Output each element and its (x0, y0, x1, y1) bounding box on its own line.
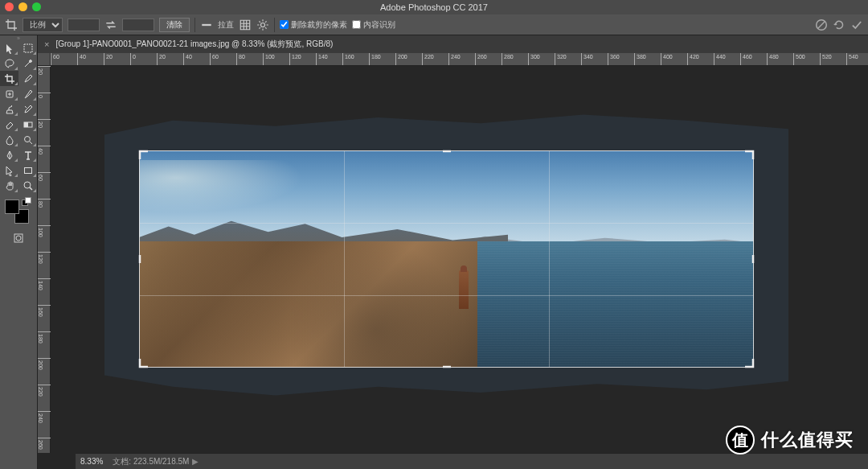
gradient-tool[interactable] (18, 117, 37, 132)
minimize-window-button[interactable] (18, 2, 27, 11)
crop-handle-bottom[interactable] (441, 357, 452, 368)
pen-tool[interactable] (0, 147, 18, 163)
app-title: Adobe Photoshop CC 2017 (380, 2, 488, 12)
svg-point-11 (16, 236, 21, 241)
document-tab[interactable]: × [Group 1]-PANO0001_PANO0021-21 images.… (38, 39, 339, 50)
document-info[interactable]: 文档: 223.5M/218.5M▶ (113, 456, 199, 467)
reset-crop-icon[interactable] (833, 19, 845, 31)
vertical-ruler[interactable]: 20020406080100120140160180200220240260 (38, 66, 51, 453)
crop-width-input[interactable] (68, 19, 100, 31)
crop-handle-bottom-left[interactable] (138, 357, 149, 368)
crop-tool-icon (5, 19, 18, 31)
crop-grid-line (140, 295, 753, 296)
crop-handle-top[interactable] (441, 150, 452, 161)
crop-handle-right[interactable] (743, 253, 755, 265)
rectangle-tool[interactable] (18, 163, 37, 178)
path-select-tool[interactable] (0, 163, 18, 178)
svg-rect-8 (24, 167, 31, 173)
history-brush-tool[interactable] (18, 101, 37, 117)
crop-tool[interactable] (0, 71, 18, 86)
blur-tool[interactable] (0, 132, 18, 147)
watermark: 值 什么值得买 (726, 426, 854, 455)
close-window-button[interactable] (5, 2, 14, 11)
crop-grid-line (140, 223, 753, 224)
svg-rect-6 (24, 122, 28, 127)
svg-point-1 (260, 23, 264, 27)
marquee-tool[interactable] (18, 40, 37, 56)
document-tab-label: [Group 1]-PANO0001_PANO0021-21 images.jp… (55, 39, 333, 50)
cancel-crop-icon[interactable] (815, 19, 828, 31)
commit-crop-icon[interactable] (850, 19, 863, 31)
gear-icon[interactable] (256, 19, 269, 31)
zoom-tool[interactable] (18, 178, 37, 193)
svg-rect-3 (24, 44, 32, 52)
healing-brush-tool[interactable] (0, 86, 18, 101)
brush-tool[interactable] (18, 86, 37, 101)
content-aware-checkbox[interactable]: 内容识别 (352, 19, 395, 31)
svg-point-9 (24, 182, 31, 188)
crop-grid-line (549, 151, 550, 367)
crop-boundary[interactable] (139, 150, 754, 368)
hand-tool[interactable] (0, 178, 18, 193)
crop-height-input[interactable] (122, 19, 154, 31)
eyedropper-tool[interactable] (18, 71, 37, 86)
type-tool[interactable] (18, 147, 37, 163)
watermark-badge: 值 (726, 426, 755, 455)
ruler-origin[interactable] (38, 53, 51, 66)
options-bar: 比例 清除 拉直 删除裁剪的像素 内容识别 (0, 14, 868, 35)
window-controls (5, 2, 41, 11)
straighten-icon[interactable] (200, 19, 213, 31)
overlay-grid-icon[interactable] (239, 19, 252, 31)
quick-mask-toggle[interactable] (10, 230, 28, 245)
foreground-color-swatch[interactable] (5, 200, 19, 214)
status-bar: 8.33% 文档: 223.5M/218.5M▶ (76, 453, 868, 469)
delete-cropped-checkbox[interactable]: 删除裁剪的像素 (280, 19, 347, 31)
document-tabs: × [Group 1]-PANO0001_PANO0021-21 images.… (38, 35, 868, 53)
horizontal-ruler[interactable]: 6040200204060801001201401601802002202402… (51, 53, 868, 66)
clear-button[interactable]: 清除 (159, 18, 190, 32)
crop-handle-bottom-right[interactable] (743, 357, 755, 368)
clone-stamp-tool[interactable] (0, 101, 18, 117)
crop-handle-top-right[interactable] (743, 150, 755, 161)
straighten-label: 拉直 (218, 19, 234, 31)
toolbox: » (0, 35, 38, 469)
magic-wand-tool[interactable] (18, 56, 37, 71)
crop-handle-left[interactable] (138, 253, 149, 265)
watermark-text: 什么值得买 (761, 428, 854, 452)
svg-rect-0 (202, 23, 211, 25)
title-bar: Adobe Photoshop CC 2017 (0, 0, 868, 14)
canvas-viewport[interactable] (51, 66, 868, 453)
dodge-tool[interactable] (18, 132, 37, 147)
maximize-window-button[interactable] (32, 2, 41, 11)
lasso-tool[interactable] (0, 56, 18, 71)
crop-handle-top-left[interactable] (138, 150, 149, 161)
crop-grid-line (344, 151, 345, 367)
svg-point-7 (24, 136, 30, 142)
ratio-preset-select[interactable]: 比例 (23, 18, 63, 32)
eraser-tool[interactable] (0, 117, 18, 132)
swap-icon[interactable] (104, 19, 117, 31)
move-tool[interactable] (0, 40, 18, 56)
color-swatches[interactable] (5, 200, 29, 224)
close-tab-icon[interactable]: × (44, 39, 49, 49)
zoom-level[interactable]: 8.33% (80, 457, 103, 466)
